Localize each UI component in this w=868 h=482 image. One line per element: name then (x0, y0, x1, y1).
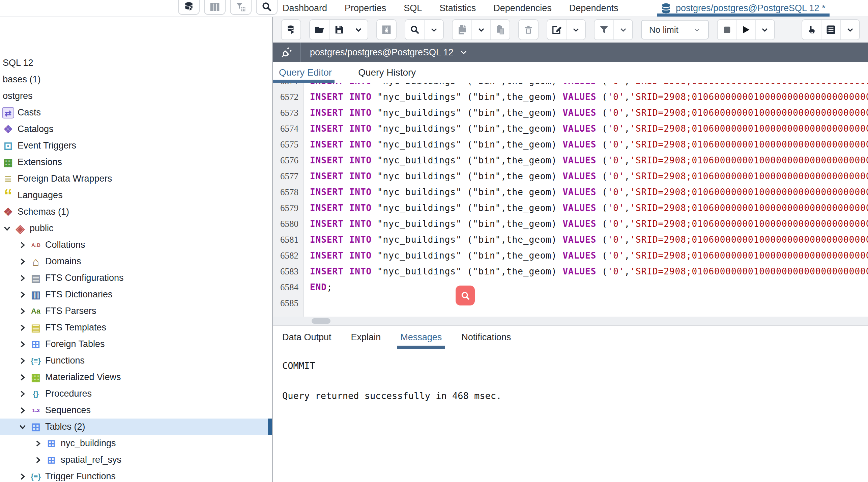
stop-button[interactable] (718, 20, 736, 39)
tree-item[interactable]: ⊞ Foreign Tables (0, 336, 272, 352)
execute-dropdown-button[interactable] (755, 20, 774, 39)
tree-item[interactable]: ▦ Extensions (0, 154, 272, 170)
search-objects-button[interactable] (256, 0, 278, 15)
object-tab[interactable]: SQL (404, 3, 422, 14)
tree-item[interactable]: ⊞ Tables (2) (0, 419, 272, 435)
object-tab[interactable]: Dashboard (283, 3, 327, 14)
copy-button[interactable] (453, 20, 471, 39)
chevron-icon[interactable] (17, 473, 28, 480)
tab-query-history[interactable]: Query History (345, 62, 429, 83)
tree-item[interactable]: 1..3 Sequences (0, 402, 272, 419)
save-dropdown-button[interactable] (349, 20, 368, 39)
output-tab[interactable]: Notifications (461, 326, 511, 349)
output-tab[interactable]: Messages (400, 326, 442, 349)
edit-button[interactable] (547, 20, 566, 39)
tree-item[interactable]: ≡ Foreign Data Wrappers (0, 170, 272, 187)
filter-button[interactable] (595, 20, 613, 39)
execute-button[interactable] (736, 20, 755, 39)
chevron-icon[interactable] (32, 456, 44, 464)
save-data-changes-button[interactable] (377, 20, 396, 39)
code-line[interactable]: 6573 INSERT INTO "nyc_buildings" ("bin",… (273, 105, 868, 121)
object-tab[interactable]: Statistics (439, 3, 476, 14)
code-line[interactable]: 6578 INSERT INTO "nyc_buildings" ("bin",… (273, 184, 868, 200)
tree-item[interactable]: {} Procedures (0, 385, 272, 402)
scrollbar-thumb[interactable] (312, 318, 330, 324)
chevron-icon[interactable] (17, 407, 28, 414)
tree-item[interactable]: ⊞ spatial_ref_sys (0, 452, 272, 468)
chevron-icon[interactable] (17, 374, 28, 381)
save-file-button[interactable] (329, 20, 349, 39)
macros-button[interactable] (821, 20, 840, 39)
copy-dropdown-button[interactable] (471, 20, 490, 39)
filtered-rows-button[interactable] (230, 0, 252, 15)
output-tab[interactable]: Explain (351, 326, 381, 349)
open-file-button[interactable] (310, 20, 329, 39)
tree-item[interactable]: bases (1) (0, 71, 272, 88)
chevron-icon[interactable] (1, 225, 13, 232)
tree-item[interactable]: ▤ FTS Configurations (0, 270, 272, 286)
code-line[interactable]: 6577 INSERT INTO "nyc_buildings" ("bin",… (273, 168, 868, 184)
row-limit-select[interactable]: No limit (641, 20, 709, 39)
tree-item[interactable]: Aa FTS Parsers (0, 303, 272, 319)
chevron-icon[interactable] (17, 307, 28, 315)
new-query-tool-button[interactable] (282, 20, 300, 39)
chevron-icon[interactable] (32, 440, 44, 447)
view-data-button[interactable] (204, 0, 226, 15)
chevron-icon[interactable] (17, 324, 28, 331)
tree-item[interactable]: {≡} Trigger Functions (0, 468, 272, 482)
tree-item[interactable]: SQL 12 (0, 55, 272, 71)
edit-dropdown-button[interactable] (566, 20, 585, 39)
tree-item[interactable]: ostgres (0, 88, 272, 104)
tree-item[interactable]: ❖ Catalogs (0, 121, 272, 137)
tree-item[interactable]: ⌂ Domains (0, 253, 272, 270)
find-in-editor-button[interactable] (456, 286, 475, 305)
code-line[interactable]: 6576 INSERT INTO "nyc_buildings" ("bin",… (273, 153, 868, 168)
code-line[interactable]: 6572 INSERT INTO "nyc_buildings" ("bin",… (273, 89, 868, 105)
tree-item[interactable]: ⊞ nyc_buildings (0, 435, 272, 452)
connection-label[interactable]: postgres/postgres@PostgreSQL 12 (301, 47, 454, 58)
tab-query-editor[interactable]: Query Editor (273, 62, 345, 83)
connection-status[interactable] (273, 47, 300, 58)
code-line[interactable]: 6571 INSERT INTO "nyc_buildings" ("bin",… (273, 83, 868, 89)
tree-item[interactable]: ⊡ Event Triggers (0, 137, 272, 154)
macros-dropdown-button[interactable] (840, 20, 859, 39)
tab-query-tool-active[interactable]: postgres/postgres@PostgreSQL 12 * (657, 0, 830, 17)
object-tab[interactable]: Properties (345, 3, 386, 14)
code-line[interactable]: 6584 END; (273, 279, 868, 295)
tree-item[interactable]: ◈ public (0, 220, 272, 237)
paste-button[interactable] (490, 20, 510, 39)
code-line[interactable]: 6582 INSERT INTO "nyc_buildings" ("bin",… (273, 248, 868, 264)
code-line[interactable]: 6574 INSERT INTO "nyc_buildings" ("bin",… (273, 121, 868, 137)
delete-button[interactable] (519, 20, 538, 39)
tree-item[interactable]: ⇄ Casts (0, 104, 272, 121)
chevron-icon[interactable] (17, 258, 28, 265)
object-tab[interactable]: Dependents (569, 3, 618, 14)
tree-item[interactable]: A↓B Collations (0, 237, 272, 253)
query-tool-button[interactable] (178, 0, 200, 15)
chevron-icon[interactable] (17, 357, 28, 365)
tree-item[interactable]: ❖ Schemas (1) (0, 204, 272, 220)
code-line[interactable]: 6581 INSERT INTO "nyc_buildings" ("bin",… (273, 232, 868, 248)
sql-editor[interactable]: 6571 INSERT INTO "nyc_buildings" ("bin",… (273, 83, 868, 325)
tree-item[interactable]: ▦ Materialized Views (0, 369, 272, 385)
tree-item[interactable]: ▤ FTS Templates (0, 319, 272, 336)
object-tab[interactable]: Dependencies (493, 3, 552, 14)
tree-item[interactable]: “ Languages (0, 187, 272, 204)
code-line[interactable]: 6585 (273, 295, 868, 311)
code-line[interactable]: 6583 INSERT INTO "nyc_buildings" ("bin",… (273, 264, 868, 279)
code-line[interactable]: 6580 INSERT INTO "nyc_buildings" ("bin",… (273, 216, 868, 232)
tree-item[interactable]: ▥ FTS Dictionaries (0, 286, 272, 303)
code-line[interactable]: 6575 INSERT INTO "nyc_buildings" ("bin",… (273, 137, 868, 153)
find-button[interactable] (405, 20, 424, 39)
output-tab[interactable]: Data Output (282, 326, 331, 349)
chevron-icon[interactable] (17, 341, 28, 348)
find-dropdown-button[interactable] (424, 20, 443, 39)
chevron-icon[interactable] (17, 291, 28, 298)
horizontal-scrollbar[interactable] (273, 317, 868, 325)
chevron-icon[interactable] (17, 423, 28, 431)
chevron-icon[interactable] (17, 390, 28, 398)
connection-dropdown[interactable] (460, 48, 468, 56)
filter-dropdown-button[interactable] (613, 20, 632, 39)
chevron-icon[interactable] (17, 274, 28, 282)
code-line[interactable]: 6579 INSERT INTO "nyc_buildings" ("bin",… (273, 200, 868, 216)
